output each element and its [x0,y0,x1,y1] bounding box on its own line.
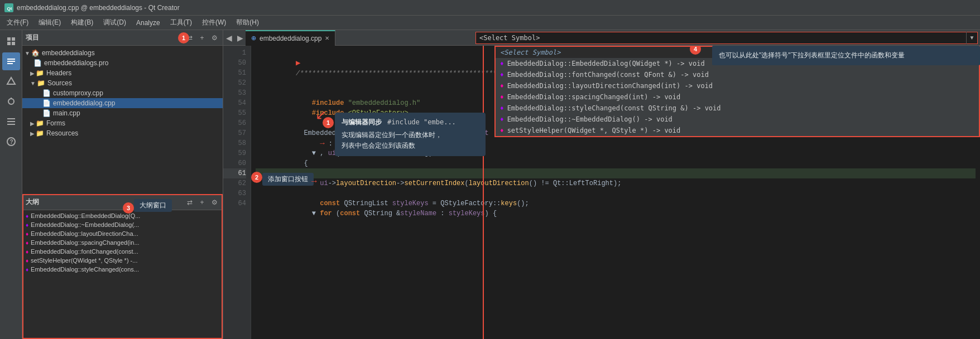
sources-folder-icon: 📁 [37,79,45,87]
project-tree: ▼ 🏠 embeddeddialogs 📄 embeddeddialogs.pr… [22,46,223,194]
sidebar-icon-design[interactable] [2,72,20,90]
slot-icon: ♦ [26,213,28,219]
menu-debug[interactable]: 调试(D) [99,17,131,28]
tab-close-btn[interactable]: ✕ [325,35,329,41]
outline-item-fontchanged[interactable]: ♦ EmbeddedDialog::fontChanged(const... [22,247,223,256]
svg-point-10 [8,99,14,104]
outline-settings-btn[interactable]: ⚙ [209,197,219,207]
si-icon-4: ♦ [500,94,504,101]
symbol-item-3[interactable]: ♦ EmbeddedDialog::layoutDirectionChanged… [496,80,979,91]
line-num-60: 60 [223,158,246,168]
sidebar-icon-help[interactable]: ? [2,133,20,151]
code-line-60: ui->setupUi(this); [256,158,976,168]
sidebar-icon-debug[interactable] [2,93,20,110]
line-num-55: 55 [223,108,246,118]
outline-panel-title: 大纲 [26,197,39,207]
app-icon: Qt [4,3,13,12]
tree-arrow-expand: ▼ [25,50,30,56]
line-num-57: 57 [223,128,246,138]
code-line-61: ui->layoutDirection->setCurrentIndex(lay… [256,168,976,178]
sidebar-icon-edit[interactable] [2,52,20,70]
tree-item-customproxy[interactable]: 📄 customproxy.cpp [22,88,223,98]
arrow-badge-2: → [310,176,319,186]
tree-arrow-resources: ▶ [30,130,35,137]
badge-circle-2: 2 [251,172,262,183]
menu-edit[interactable]: 编辑(E) [34,17,65,28]
menu-tools[interactable]: 工具(T) [166,17,196,28]
outline-add-btn[interactable]: + [197,197,207,207]
sidebar-icon-welcome[interactable] [2,32,20,50]
sidebar-icon-project[interactable] [2,113,20,130]
si-icon-2: ♦ [500,71,504,79]
outline-item-stylechanged[interactable]: ♦ EmbeddedDialog::styleChanged(cons... [22,265,223,274]
tree-item-pro[interactable]: 📄 embeddeddialogs.pro [22,58,223,68]
tree-item-sources[interactable]: ▼ 📁 Sources [22,78,223,88]
tab-nav-prev[interactable]: ◀ [223,30,234,46]
slot-icon-2: ♦ [26,222,28,228]
svg-rect-12 [7,118,15,119]
tree-arrow-headers: ▶ [30,70,35,76]
line-numbers: 1 50 51 52 53 54 55 56 57 58 59 60 61 62… [223,46,251,339]
si-icon-7: ♦ [500,127,504,134]
file-icon: 📄 [33,59,42,67]
symbol-item-5[interactable]: ♦ EmbeddedDialog::styleChanged(const QSt… [496,103,979,114]
method-icon-2: ♦ [26,240,28,246]
outline-item-destructor[interactable]: ♦ EmbeddedDialog::~EmbeddedDialog(... [22,220,223,229]
outline-list: ♦ EmbeddedDialog::EmbeddedDialog(Q... ♦ … [22,210,223,339]
outline-item-setstyle[interactable]: ♦ setStyleHelper(QWidget *, QStyle *) -.… [22,256,223,265]
outline-panel-tools: ⇄ + ⚙ [185,197,219,207]
line-num-56: 56 [223,118,246,128]
tooltip-1-line2: 列表中也会定位到该函数 [342,141,479,151]
tree-item-resources[interactable]: ▶ 📁 Resources [22,128,223,138]
symbol-item-6[interactable]: ♦ EmbeddedDialog::~EmbeddedDialog() -> v… [496,114,979,125]
symbol-item-4[interactable]: ♦ EmbeddedDialog::spacingChanged(int) ->… [496,91,979,103]
method-icon-1: ♦ [26,231,28,237]
symbol-item-2[interactable]: ♦ EmbeddedDialog::fontChanged(const QFon… [496,69,979,80]
svg-text:?: ? [9,139,13,145]
svg-marker-9 [7,78,15,84]
si-icon-3: ♦ [500,83,504,90]
tree-item-embeddeddialogs[interactable]: ▼ 🏠 embeddeddialogs [22,48,223,58]
add-subproject-btn[interactable]: + [197,33,207,43]
outline-panel: 大纲 ⇄ + ⚙ ♦ EmbeddedDialog::EmbeddedDialo… [22,194,223,339]
menu-help[interactable]: 帮助(H) [232,17,263,28]
project-panel-title: 项目 [26,33,39,42]
tree-arrow-forms: ▶ [30,120,35,127]
symbol-input[interactable] [476,34,966,42]
line-num-1: 1 [223,48,246,58]
svg-rect-2 [7,37,11,41]
tooltip-label-3: 大纲窗口 [134,199,172,212]
symbol-dropdown-btn[interactable]: ▼ [966,32,977,44]
menu-widgets[interactable]: 控件(W) [198,17,230,28]
code-line-63: const QStringList styleKeys = QStyleFact… [256,188,976,198]
tooltip-4-text: 也可以从此处"选择符号"下拉列表框里定位文件中的函数和变量 [719,51,905,59]
si-icon-5: ♦ [500,105,504,112]
outline-item-layoutdir[interactable]: ♦ EmbeddedDialog::layoutDirectionCha... [22,229,223,238]
outline-item-spacing[interactable]: ♦ EmbeddedDialog::spacingChanged(in... [22,238,223,247]
project-settings-btn[interactable]: ⚙ [209,33,219,43]
menu-analyze[interactable]: Analyze [132,18,165,28]
tooltip-1-title: 与编辑器同步 #include "embe... [342,117,479,128]
tree-item-embeddeddialog-cpp[interactable]: 📄 embeddeddialog.cpp [22,98,223,108]
symbol-item-7[interactable]: ♦ setStyleHelper(QWidget *, QStyle *) ->… [496,125,979,136]
line-num-59: 59 [223,148,246,158]
line-num-62: 62 [223,178,246,188]
tree-item-main[interactable]: 📄 main.cpp [22,108,223,118]
line-num-52: 52 [223,78,246,88]
line-num-63: 63 [223,188,246,198]
folder-icon: 📁 [36,69,44,77]
tree-item-forms[interactable]: ▶ 📁 Forms [22,118,223,128]
outline-item-constructor[interactable]: ♦ EmbeddedDialog::EmbeddedDialog(Q... [22,211,223,220]
si-icon-6: ♦ [500,116,504,123]
tree-item-headers[interactable]: ▶ 📁 Headers [22,68,223,78]
symbol-selector[interactable]: ▼ [475,32,978,44]
tab-embeddeddialog-cpp[interactable]: ⊕ embeddeddialog.cpp ✕ [246,30,335,46]
forms-folder-icon: 📁 [36,119,44,127]
svg-text:Qt: Qt [7,6,12,11]
tab-nav-next[interactable]: ▶ [234,30,246,46]
menu-file[interactable]: 文件(F) [2,17,33,28]
func-icon-1: ♦ [26,258,28,264]
svg-rect-13 [7,121,15,122]
outline-sync-btn[interactable]: ⇄ [185,197,195,207]
menu-build[interactable]: 构建(B) [66,17,98,28]
